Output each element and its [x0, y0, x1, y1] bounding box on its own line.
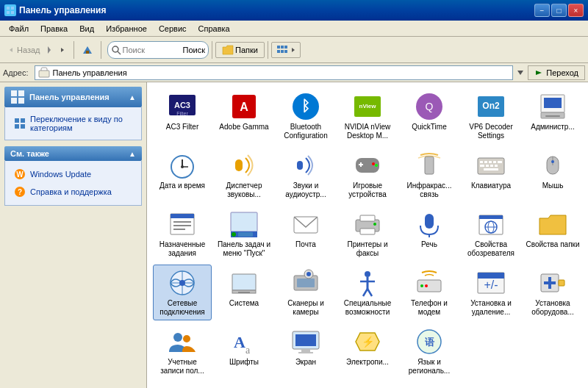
forward-button[interactable] — [53, 43, 71, 57]
label-system: Система — [229, 299, 259, 308]
grid-item-sound_disp[interactable]: Диспетчер звуковы... — [215, 147, 273, 203]
svg-rect-13 — [284, 46, 287, 48]
sidebar-also-toggle[interactable]: ▲ — [129, 150, 136, 158]
toolbar: Назад Поиск Папки — [0, 37, 588, 63]
grid-item-power[interactable]: ⚡ Электропи... — [338, 323, 397, 379]
svg-rect-55 — [297, 161, 303, 170]
grid-item-add_remove[interactable]: +/- Установка и удаление... — [462, 265, 520, 320]
icon-add_remove: +/- — [476, 268, 506, 298]
grid-item-keyboard[interactable]: Клавиатура — [462, 147, 520, 203]
grid-item-datetime[interactable]: Дата и время — [153, 147, 212, 203]
toolbar-sep2 — [101, 41, 101, 59]
menu-edit[interactable]: Правка — [35, 23, 74, 35]
menu-view[interactable]: Вид — [74, 23, 100, 35]
label-add_remove: Установка и удаление... — [464, 299, 518, 317]
svg-rect-87 — [360, 215, 375, 221]
grid-item-nvidia[interactable]: nView NVIDIA nView Desktop M... — [338, 88, 397, 144]
svg-marker-20 — [536, 71, 542, 75]
grid-item-language[interactable]: 语 Язык и региональ... — [400, 323, 459, 379]
close-button[interactable]: × — [568, 4, 584, 17]
grid-item-tasks[interactable]: Назначенные задания — [153, 206, 212, 262]
grid-item-sounds[interactable]: Звуки и аудиоустр... — [276, 147, 335, 203]
grid-item-folder_props[interactable]: Свойства папки — [523, 206, 582, 262]
svg-text:+/-: +/- — [484, 279, 498, 291]
svg-rect-66 — [493, 161, 496, 163]
grid-item-admin[interactable]: Администр... — [523, 88, 582, 144]
grid-item-ac3[interactable]: AC3Filter AC3 Filter — [153, 88, 212, 144]
folders-button[interactable]: Папки — [215, 42, 265, 58]
svg-point-83 — [232, 232, 236, 237]
svg-text:On2: On2 — [482, 101, 500, 111]
svg-point-9 — [112, 46, 118, 52]
menu-help[interactable]: Справка — [193, 23, 236, 35]
svg-text:AC3: AC3 — [174, 101, 190, 109]
icon-speech — [415, 209, 444, 239]
grid-item-network[interactable]: Сетевые подключения — [153, 265, 212, 320]
grid-item-mail[interactable]: Почта — [276, 206, 335, 262]
menu-service[interactable]: Сервис — [153, 23, 193, 35]
grid-item-quicktime[interactable]: Q QuickTime — [400, 88, 459, 144]
svg-rect-72 — [484, 168, 498, 170]
sidebar-windows-update[interactable]: W Windows Update — [8, 165, 138, 183]
svg-marker-4 — [10, 48, 12, 52]
label-keyboard: Клавиатура — [471, 182, 511, 190]
grid-item-system[interactable]: Система — [215, 265, 273, 320]
grid-item-users[interactable]: Учетные записи пол... — [153, 323, 212, 379]
icon-browser_props — [476, 209, 506, 239]
search-input[interactable] — [123, 46, 182, 54]
svg-rect-23 — [11, 98, 17, 104]
grid-item-infra[interactable]: Инфракрас... связь — [400, 147, 459, 203]
grid-item-bluetooth[interactable]: ᛒ Bluetooth Configuration — [276, 88, 335, 144]
grid-item-accessibility[interactable]: Специальные возможности — [338, 265, 397, 320]
grid-item-speech[interactable]: Речь — [400, 206, 459, 262]
label-power: Электропи... — [346, 358, 389, 367]
search-box[interactable]: Поиск — [107, 41, 209, 59]
grid-item-mouse[interactable]: Мышь — [523, 147, 582, 203]
grid-item-printers[interactable]: Принтеры и факсы — [338, 206, 397, 262]
grid-item-vp6[interactable]: On2 VP6 Decoder Settings — [462, 88, 520, 144]
menu-file[interactable]: Файл — [3, 23, 35, 35]
svg-rect-49 — [545, 115, 560, 117]
svg-rect-71 — [495, 165, 498, 167]
search-label: Поиск — [183, 46, 205, 54]
svg-rect-58 — [360, 162, 362, 167]
menu-favorites[interactable]: Избранное — [100, 23, 153, 35]
svg-point-89 — [373, 223, 376, 226]
maximize-button[interactable]: □ — [551, 4, 567, 17]
grid-item-add_hw[interactable]: Установка оборудова... — [523, 265, 582, 320]
label-folder_props: Свойства папки — [526, 240, 579, 249]
svg-point-59 — [372, 162, 375, 165]
up-button[interactable] — [77, 42, 98, 58]
grid-item-game[interactable]: Игровые устройства — [338, 147, 397, 203]
grid-item-scanners[interactable]: Сканеры и камеры — [276, 265, 335, 320]
svg-rect-77 — [171, 214, 194, 218]
view-button[interactable] — [271, 42, 301, 58]
go-button[interactable]: Переход — [528, 65, 585, 80]
sidebar-also-header[interactable]: См. также ▲ — [4, 146, 142, 161]
sidebar-help[interactable]: ? Справка и поддержка — [8, 183, 138, 201]
icon-modem — [415, 268, 444, 298]
label-modem: Телефон и модем — [402, 299, 456, 317]
svg-rect-61 — [425, 157, 434, 174]
minimize-button[interactable]: − — [534, 4, 550, 17]
back-button[interactable]: Назад — [3, 43, 46, 57]
address-field[interactable]: Панель управления — [35, 65, 514, 80]
sidebar-panel-toggle[interactable]: ▲ — [129, 93, 136, 101]
grid-item-browser_props[interactable]: Свойства обозревателя — [462, 206, 520, 262]
icon-system — [229, 268, 259, 298]
grid-item-adobe_gamma[interactable]: A Adobe Gamma — [215, 88, 273, 144]
label-printers: Принтеры и факсы — [340, 240, 395, 258]
menubar: Файл Правка Вид Избранное Сервис Справка — [0, 21, 588, 37]
svg-rect-28 — [21, 124, 25, 129]
svg-rect-105 — [297, 279, 315, 287]
grid-item-modem[interactable]: Телефон и модем — [400, 265, 459, 320]
icon-users — [168, 327, 197, 356]
sidebar-switch-view[interactable]: Переключение к виду по категориям — [8, 112, 138, 135]
svg-rect-120 — [548, 277, 551, 289]
grid-item-taskbar[interactable]: Панель задач и меню "Пуск" — [215, 206, 273, 262]
icon-language: 语 — [415, 327, 444, 356]
svg-rect-18 — [39, 71, 49, 77]
grid-item-display[interactable]: Экран — [276, 323, 335, 379]
grid-item-fonts[interactable]: Aa Шрифты — [215, 323, 273, 379]
sidebar-panel-header[interactable]: Панель управления ▲ — [4, 87, 142, 107]
